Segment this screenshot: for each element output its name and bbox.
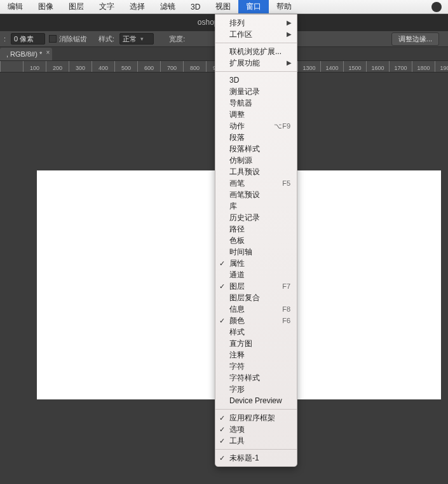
menu-item[interactable]: ✓图层F7 [215, 280, 297, 292]
menu-item-label: 字符 [229, 362, 245, 371]
check-icon: ✓ [219, 412, 225, 424]
menu-item-label: 时间轴 [229, 247, 252, 256]
menu-item-label: 测量记录 [229, 87, 260, 96]
menu-item[interactable]: 注释 [215, 349, 297, 361]
menu-item-label: Device Preview [229, 396, 282, 405]
menu-item[interactable]: 通道 [215, 269, 297, 280]
menu-item-label: 段落样式 [229, 144, 260, 153]
menu-item[interactable]: 库 [215, 200, 297, 212]
ruler-tick: 1700 [389, 61, 412, 72]
submenu-arrow-icon: ▶ [287, 17, 292, 29]
menu-item[interactable]: 图层复合 [215, 292, 297, 303]
menu-item-label: 通道 [229, 270, 245, 279]
refine-edge-button[interactable]: 调整边缘... [391, 32, 439, 46]
menu-item[interactable]: 段落样式 [215, 143, 297, 155]
menu-item[interactable]: 3D [215, 74, 297, 86]
user-avatar-icon[interactable] [431, 2, 442, 12]
menu-item[interactable]: 画笔预设 [215, 189, 297, 200]
menu-separator [215, 43, 297, 43]
document-tab[interactable]: , RGB/8#) * × [0, 48, 52, 60]
ruler-tick [0, 61, 23, 72]
menu-item-label: 排列 [229, 18, 245, 27]
menu-item[interactable]: 仿制源 [215, 155, 297, 166]
window-menu-dropdown: 排列▶工作区▶联机浏览扩展...扩展功能▶3D测量记录导航器调整动作⌥F9段落段… [215, 14, 297, 467]
menu-item-label: 联机浏览扩展... [229, 47, 282, 56]
menu-item[interactable]: ✓应用程序框架 [215, 412, 297, 424]
menu-item-label: 字形 [229, 385, 245, 394]
menu-item-label: 直方图 [229, 339, 252, 348]
submenu-arrow-icon: ▶ [287, 57, 292, 69]
ruler-tick: 1500 [343, 61, 366, 72]
menu-shortcut: F5 [282, 177, 290, 189]
menu-item[interactable]: 字符 [215, 361, 297, 372]
check-icon: ✓ [219, 315, 225, 326]
menu-item[interactable]: Device Preview [215, 395, 297, 406]
menu-item[interactable]: 扩展功能▶ [215, 57, 297, 69]
menu-separator [215, 409, 297, 410]
menu-filter[interactable]: 滤镜 [153, 0, 183, 13]
menu-item[interactable]: ✓颜色F6 [215, 315, 297, 326]
menu-select[interactable]: 选择 [122, 0, 153, 13]
antialias-checkbox[interactable] [49, 35, 57, 43]
menu-view[interactable]: 视图 [208, 0, 238, 13]
menu-item-label: 扩展功能 [229, 59, 260, 67]
menu-item[interactable]: ✓选项 [215, 424, 297, 435]
chevron-down-icon: ▾ [140, 36, 144, 42]
menu-image[interactable]: 图像 [31, 0, 61, 13]
menu-separator [215, 71, 297, 72]
menu-item-label: 颜色 [229, 316, 245, 325]
menu-item[interactable]: 信息F8 [215, 303, 297, 315]
menu-item[interactable]: 字形 [215, 384, 297, 395]
ruler-tick: 800 [183, 61, 206, 72]
menu-item[interactable]: 历史记录 [215, 212, 297, 223]
menu-item[interactable]: ✓工具 [215, 435, 297, 446]
menu-item[interactable]: 画笔F5 [215, 177, 297, 189]
menu-edit[interactable]: 编辑 [0, 0, 31, 13]
menu-item[interactable]: 导航器 [215, 97, 297, 109]
style-select[interactable]: 正常▾ [119, 33, 154, 45]
menu-item[interactable]: 直方图 [215, 338, 297, 349]
menu-item[interactable]: 调整 [215, 109, 297, 120]
menu-item-label: 工作区 [229, 30, 252, 39]
ruler-tick: 1300 [297, 61, 320, 72]
size-input[interactable]: 0 像素 [11, 33, 45, 45]
menu-layer[interactable]: 图层 [61, 0, 92, 13]
menu-item-label: 路径 [229, 225, 245, 233]
style-label: 样式: [98, 34, 114, 44]
check-icon: ✓ [219, 258, 225, 269]
menu-item[interactable]: 时间轴 [215, 246, 297, 258]
menu-item-label: 应用程序框架 [229, 413, 275, 422]
menu-item[interactable]: 段落 [215, 132, 297, 143]
ruler-tick: 1800 [412, 61, 435, 72]
document-tab-label: , RGB/8#) * [6, 50, 42, 58]
menu-item[interactable]: 色板 [215, 235, 297, 246]
menu-item-label: 动作 [229, 121, 245, 130]
menu-shortcut: F6 [282, 315, 290, 326]
width-label: 宽度: [169, 34, 185, 44]
menu-item[interactable]: 动作⌥F9 [215, 120, 297, 132]
menu-item-label: 字符样式 [229, 373, 260, 382]
menu-item-label: 工具预设 [229, 167, 260, 176]
menu-item[interactable]: 联机浏览扩展... [215, 46, 297, 57]
menu-item[interactable]: 排列▶ [215, 17, 297, 29]
menu-text[interactable]: 文字 [92, 0, 122, 13]
close-icon[interactable]: × [46, 49, 50, 56]
menu-item[interactable]: 样式 [215, 326, 297, 338]
menu-item[interactable]: 字符样式 [215, 372, 297, 384]
menu-item[interactable]: ✓属性 [215, 258, 297, 269]
menu-item[interactable]: 工具预设 [215, 166, 297, 177]
ruler-tick: 200 [46, 61, 69, 72]
menu-item-label: 属性 [229, 259, 245, 268]
menu-window[interactable]: 窗口 [238, 0, 269, 13]
menu-item[interactable]: ✓未标题-1 [215, 452, 297, 464]
menu-separator [215, 449, 297, 450]
menu-item[interactable]: 工作区▶ [215, 29, 297, 40]
menu-item-label: 调整 [229, 110, 245, 119]
menu-item[interactable]: 测量记录 [215, 86, 297, 97]
menu-item-label: 图层复合 [229, 293, 260, 302]
menu-help[interactable]: 帮助 [269, 0, 299, 13]
menu-shortcut: F7 [282, 280, 290, 292]
menu-3d[interactable]: 3D [183, 0, 208, 13]
ruler-tick: 400 [92, 61, 114, 72]
menu-item[interactable]: 路径 [215, 223, 297, 235]
